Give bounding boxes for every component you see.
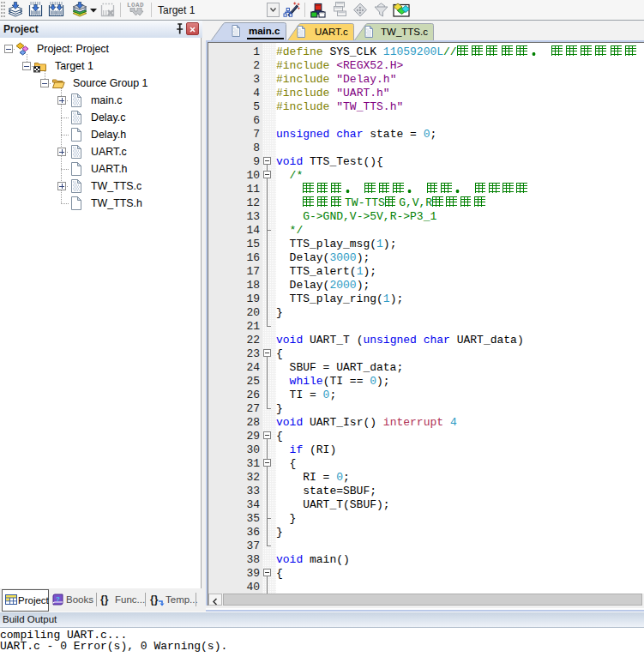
svg-text:?: ?	[56, 595, 60, 603]
